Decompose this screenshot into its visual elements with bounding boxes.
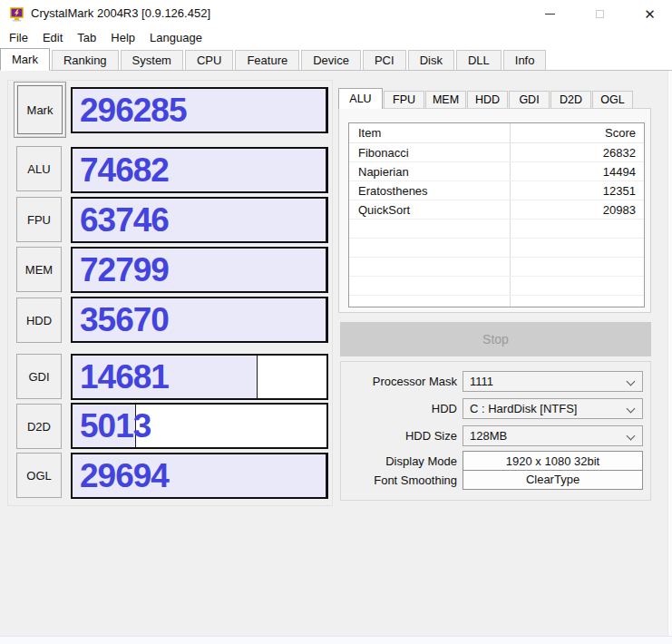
tab-pci[interactable]: PCI (363, 50, 406, 70)
table-row[interactable]: Eratosthenes 12351 (349, 181, 644, 200)
menu-edit[interactable]: Edit (35, 29, 70, 46)
gdi-score-box: 14681 (71, 354, 328, 400)
close-button[interactable]: ✕ (629, 0, 670, 27)
display-mode-label: Display Mode (341, 454, 463, 468)
row-item-label: Napierian (349, 165, 510, 179)
chevron-down-icon (627, 377, 636, 386)
table-empty-row (349, 258, 644, 277)
detail-tab-ogl[interactable]: OGL (592, 91, 633, 109)
column-header-score: Score (510, 126, 644, 140)
detail-tab-gdi[interactable]: GDI (509, 91, 550, 109)
row-score-value: 20983 (510, 203, 644, 217)
row-score-value: 12351 (510, 184, 644, 198)
run-d2d-button[interactable]: D2D (16, 404, 62, 449)
table-row[interactable]: QuickSort 20983 (349, 200, 644, 220)
maximize-icon (596, 10, 604, 18)
app-icon (9, 6, 24, 22)
menu-language[interactable]: Language (142, 29, 209, 46)
run-mark-button-label: Mark (17, 85, 63, 134)
row-item-label: QuickSort (349, 203, 510, 217)
row-score-value: 26832 (510, 146, 644, 160)
row-item-label: Fibonacci (349, 146, 510, 160)
tab-system[interactable]: System (121, 50, 183, 70)
alu-score-box: 74682 (71, 147, 328, 193)
row-item-label: Eratosthenes (349, 184, 510, 198)
hdd-size-value: 128MB (470, 429, 507, 443)
tab-mark[interactable]: Mark (0, 48, 50, 71)
d2d-score-box: 5013 (71, 403, 328, 449)
main-tab-strip: Mark Ranking System CPU Feature Device P… (0, 47, 672, 71)
run-alu-button[interactable]: ALU (16, 146, 62, 191)
table-header-row: Item Score (349, 123, 644, 143)
tab-info[interactable]: Info (503, 50, 547, 70)
menu-tab[interactable]: Tab (70, 29, 103, 46)
mem-score-value: 72799 (80, 251, 169, 289)
result-table: Item Score Fibonacci 26832 Napierian 144… (348, 122, 645, 307)
detail-tab-strip: ALU FPU MEM HDD GDI D2D OGL (338, 88, 634, 109)
detail-tab-fpu[interactable]: FPU (384, 91, 424, 109)
detail-tab-page: Item Score Fibonacci 26832 Napierian 144… (338, 108, 651, 313)
run-gdi-button[interactable]: GDI (16, 354, 62, 399)
tab-device[interactable]: Device (301, 50, 361, 70)
title-bar: CrystalMark 2004R3 [0.9.126.452] ✕ (0, 0, 672, 27)
ogl-score-box: 29694 (71, 453, 328, 499)
detail-tab-d2d[interactable]: D2D (550, 91, 591, 109)
hdd-score-value: 35670 (80, 301, 169, 339)
stop-button[interactable]: Stop (340, 322, 651, 356)
fpu-score-box: 63746 (71, 197, 328, 243)
run-hdd-button[interactable]: HDD (16, 298, 62, 343)
tab-disk[interactable]: Disk (408, 50, 454, 70)
chevron-down-icon (627, 405, 636, 414)
hdd-size-label: HDD Size (341, 429, 463, 443)
hdd-combobox[interactable]: C : HardDisk [NTFS] (463, 398, 643, 419)
hdd-label: HDD (341, 402, 463, 415)
processor-mask-label: Processor Mask (341, 375, 463, 388)
tab-cpu[interactable]: CPU (185, 50, 233, 70)
menu-file[interactable]: File (2, 29, 35, 46)
detail-tab-alu[interactable]: ALU (338, 88, 383, 109)
maximize-button (579, 0, 620, 27)
run-mark-button[interactable]: Mark (14, 82, 66, 138)
minimize-button[interactable] (530, 0, 570, 27)
run-ogl-button[interactable]: OGL (16, 453, 62, 498)
detail-tab-mem[interactable]: MEM (425, 91, 466, 109)
run-mem-button[interactable]: MEM (16, 247, 62, 292)
run-fpu-button[interactable]: FPU (16, 197, 62, 242)
display-mode-value: 1920 x 1080 32bit (463, 451, 643, 471)
window-bottom-edge (0, 636, 672, 644)
gdi-score-value: 14681 (80, 358, 169, 396)
table-row[interactable]: Fibonacci 26832 (349, 143, 644, 162)
close-icon: ✕ (644, 7, 656, 21)
table-empty-row (349, 220, 644, 239)
processor-mask-combobox[interactable]: 1111 (463, 371, 643, 392)
minimize-icon (545, 14, 555, 15)
column-header-item: Item (349, 126, 510, 140)
row-score-value: 14494 (510, 165, 644, 179)
hdd-size-combobox[interactable]: 128MB (463, 425, 643, 446)
window-title: CrystalMark 2004R3 [0.9.126.452] (31, 6, 210, 20)
mark-score-value: 296285 (80, 92, 186, 130)
tab-feature[interactable]: Feature (235, 50, 299, 70)
menu-bar: File Edit Tab Help Language (0, 27, 672, 47)
menu-help[interactable]: Help (103, 29, 142, 46)
mem-score-box: 72799 (71, 247, 328, 293)
hdd-value: C : HardDisk [NTFS] (470, 402, 577, 415)
detail-tab-hdd[interactable]: HDD (467, 91, 508, 109)
tab-ranking[interactable]: Ranking (52, 50, 119, 70)
client-area: Mark ALU FPU MEM HDD GDI D2D OGL 296285 … (0, 71, 672, 636)
window-right-edge (667, 71, 672, 636)
font-smoothing-label: Font Smoothing (341, 473, 463, 487)
settings-group: Processor Mask 1111 HDD C : HardDisk [NT… (340, 361, 651, 501)
chevron-down-icon (627, 432, 636, 441)
hdd-score-box: 35670 (71, 297, 328, 343)
d2d-score-value: 5013 (80, 407, 151, 445)
font-smoothing-value: ClearType (463, 470, 643, 490)
table-empty-row (349, 239, 644, 258)
alu-score-value: 74682 (80, 151, 169, 190)
mark-score-box: 296285 (71, 87, 328, 133)
table-empty-row (349, 277, 644, 296)
tab-dll[interactable]: DLL (456, 50, 502, 70)
table-row[interactable]: Napierian 14494 (349, 162, 644, 181)
ogl-score-value: 29694 (80, 457, 169, 495)
processor-mask-value: 1111 (470, 375, 493, 388)
